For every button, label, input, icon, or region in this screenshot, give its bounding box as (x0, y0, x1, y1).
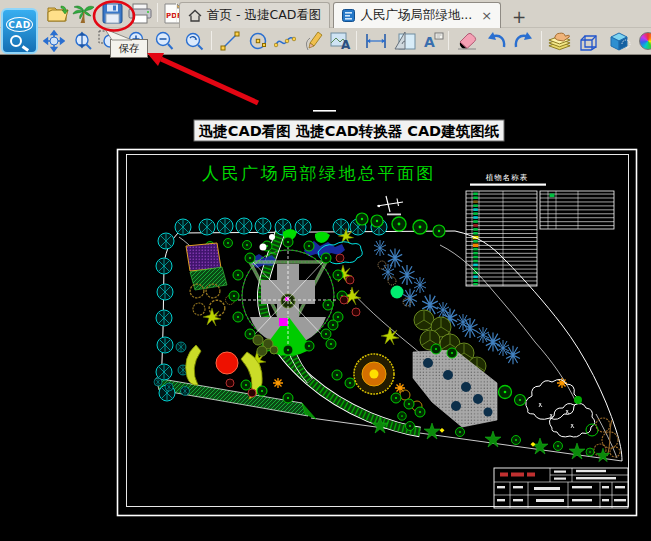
pan-icon[interactable] (41, 29, 66, 52)
line-tool-icon[interactable] (217, 29, 242, 52)
print-icon[interactable] (127, 2, 152, 25)
zoom-out-icon[interactable] (151, 29, 176, 52)
palm-tree-icon[interactable] (71, 2, 96, 25)
tab-close-icon[interactable]: × (481, 9, 492, 22)
plant-table: 植物名称表 (466, 173, 614, 286)
magnifier-icon (10, 35, 22, 47)
measure-distance-icon[interactable] (363, 29, 388, 52)
cloud-shrubs (526, 379, 598, 437)
open-file-icon[interactable] (45, 2, 70, 25)
svg-text:A: A (424, 34, 435, 50)
toolbar-main: PDF 首页 - 迅捷CAD看图 人民广场局部绿地... × + (0, 0, 651, 28)
svg-text:植物名称表: 植物名称表 (486, 173, 529, 182)
eraser-icon[interactable] (454, 29, 479, 52)
spline-tool-icon[interactable] (272, 29, 297, 52)
new-tab-button[interactable]: + (506, 5, 532, 28)
tree-column-left (156, 233, 189, 401)
zoom-extents-icon[interactable] (181, 29, 206, 52)
app-logo-label: CAD (8, 20, 31, 30)
save-icon[interactable] (100, 2, 125, 25)
save-tooltip-label: 保存 (119, 42, 140, 56)
pencil-tool-icon[interactable] (300, 29, 325, 52)
save-tooltip: 保存 (110, 39, 148, 58)
cad-file-icon (342, 9, 355, 22)
measure-area-icon[interactable] (392, 29, 417, 52)
circle-tool-icon[interactable] (245, 29, 270, 52)
redo-icon[interactable] (511, 29, 536, 52)
tab-drawing-label: 人民广场局部绿地... (360, 7, 472, 24)
watermark-banner: 迅捷CAD看图 迅捷CAD转换器 CAD建筑图纸 (194, 110, 504, 141)
tab-home-label: 首页 - 迅捷CAD看图 (207, 7, 321, 24)
building-block (186, 243, 227, 290)
view-wireframe-icon[interactable] (577, 29, 602, 52)
corner-brown-trees (594, 418, 620, 457)
cad-canvas[interactable]: 迅捷CAD看图 迅捷CAD转换器 CAD建筑图纸 人民广场局部绿地总平面图 植物… (0, 55, 651, 541)
layers-icon[interactable] (547, 29, 572, 52)
tab-drawing[interactable]: 人民广场局部绿地... × (333, 2, 501, 28)
home-icon (188, 9, 202, 22)
image-text-icon[interactable]: A (328, 29, 353, 52)
toolbar-tools: A A (0, 28, 651, 55)
app-logo: CAD (1, 8, 38, 54)
paved-area (413, 344, 497, 427)
zoom-dynamic-icon[interactable] (70, 29, 95, 52)
svg-text:A: A (341, 38, 351, 51)
tab-bar: 首页 - 迅捷CAD看图 人民广场局部绿地... × + (179, 1, 532, 28)
drawing-title: 人民广场局部绿地总平面图 (202, 163, 436, 183)
text-annotation-icon[interactable]: A (420, 29, 445, 52)
title-block (494, 468, 628, 508)
tab-home[interactable]: 首页 - 迅捷CAD看图 (179, 2, 330, 28)
color-wheel-icon[interactable] (635, 29, 651, 52)
undo-icon[interactable] (483, 29, 508, 52)
view-shaded-icon[interactable] (606, 29, 631, 52)
north-plane-symbol (377, 196, 403, 215)
svg-text:迅捷CAD看图 迅捷CAD转换器 CAD建筑图纸: 迅捷CAD看图 迅捷CAD转换器 CAD建筑图纸 (199, 123, 500, 139)
